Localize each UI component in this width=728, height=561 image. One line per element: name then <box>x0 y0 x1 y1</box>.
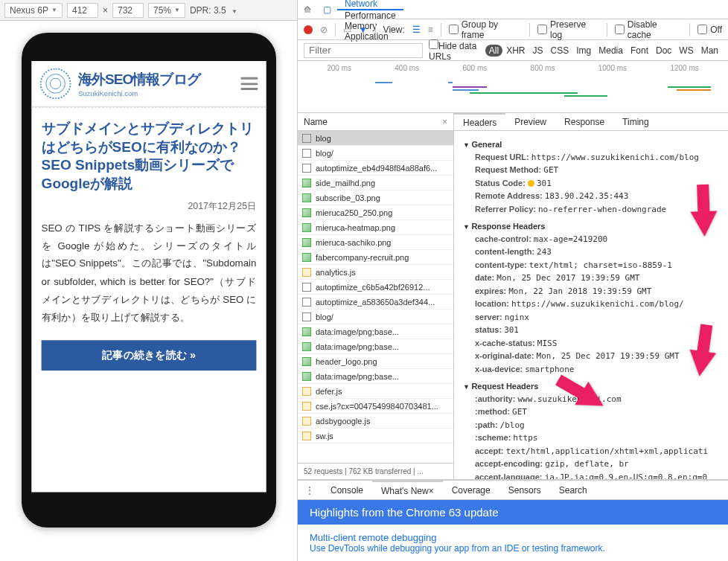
request-row[interactable]: mieruca-heatmap.png <box>298 220 453 235</box>
request-row[interactable]: fabercompany-recruit.png <box>298 250 453 265</box>
tab-network[interactable]: Network <box>337 0 403 10</box>
filter-type-media[interactable]: Media <box>595 45 627 57</box>
inspect-icon[interactable]: ⟰ <box>298 4 317 15</box>
disable-cache-checkbox[interactable]: Disable cache <box>615 19 683 40</box>
filter-type-css[interactable]: CSS <box>547 45 573 57</box>
drawer-menu-icon[interactable]: ⋮ <box>298 485 322 496</box>
chevron-down-icon: ▼ <box>174 7 180 13</box>
viewport: 海外SEO情報ブログ SuzukiKenichi.com サブドメインとサブディ… <box>0 21 297 561</box>
header-row: content-type: text/html; charset=iso-885… <box>463 259 728 272</box>
drawer-tab-console[interactable]: Console <box>322 481 372 499</box>
list-view-icon[interactable]: ☰ <box>412 25 421 35</box>
zoom-select[interactable]: 75%▼ <box>148 3 185 18</box>
detail-tab-headers[interactable]: Headers <box>454 113 505 130</box>
device-select[interactable]: Nexus 6P▼ <box>4 3 63 18</box>
drawer-tab-whatsnew[interactable]: What's New × <box>372 481 443 499</box>
request-row[interactable]: autoptimize_eb4d948f84a88af6... <box>298 161 453 176</box>
hide-data-urls-checkbox[interactable]: Hide data URLs <box>429 39 479 62</box>
name-column-header[interactable]: Name <box>304 117 328 127</box>
preserve-log-checkbox[interactable]: Preserve log <box>537 19 599 40</box>
request-row[interactable]: autoptimize_c6b5a42bf26912... <box>298 280 453 295</box>
request-row[interactable]: data:image/png;base... <box>298 369 453 384</box>
detail-tab-timing[interactable]: Timing <box>613 113 658 130</box>
img-icon <box>302 372 311 381</box>
request-row[interactable]: mieruca250_250.png <box>298 205 453 220</box>
record-icon[interactable] <box>304 25 313 34</box>
filter-type-font[interactable]: Font <box>627 45 652 57</box>
drawer-tab-coverage[interactable]: Coverage <box>443 481 499 499</box>
request-row[interactable]: blog/ <box>298 310 453 324</box>
filter-type-xhr[interactable]: XHR <box>502 45 529 57</box>
offline-checkbox[interactable]: Off <box>697 25 722 35</box>
height-input[interactable]: 732 <box>112 3 144 18</box>
detail-tab-response[interactable]: Response <box>555 113 613 130</box>
filter-type-all[interactable]: All <box>485 45 502 57</box>
request-row[interactable]: analytics.js <box>298 265 453 280</box>
drawer: ⋮ ConsoleWhat's New ×CoverageSensorsSear… <box>298 480 728 561</box>
request-row[interactable]: data:image/png;base... <box>298 339 453 354</box>
header-row: accept-language: ja-JP,ja;q=0.9,en-US;q=… <box>463 471 728 480</box>
js-icon <box>302 387 311 396</box>
filter-type-img[interactable]: Img <box>572 45 595 57</box>
device-toggle-icon[interactable]: ▢ <box>317 4 337 15</box>
request-list: Name× blogblog/autoptimize_eb4d948f84a88… <box>298 113 454 479</box>
release-note-link[interactable]: Multi-client remote debugging <box>310 532 716 543</box>
request-row[interactable]: cse.js?cx=00475499840703481... <box>298 399 453 414</box>
camera-icon[interactable]: ▭ <box>343 25 351 35</box>
filter-icon[interactable]: ▼ <box>359 25 368 35</box>
header-row: date: Mon, 25 Dec 2017 19:39:59 GMT <box>463 272 728 285</box>
phone-screen[interactable]: 海外SEO情報ブログ SuzukiKenichi.com サブドメインとサブディ… <box>31 61 266 493</box>
detail-pane: HeadersPreviewResponseTiming GeneralRequ… <box>454 113 728 479</box>
waterfall-view-icon[interactable]: ≡ <box>428 25 433 35</box>
request-row[interactable]: adsbygoogle.js <box>298 414 453 429</box>
header-row: accept: text/html,application/xhtml+xml,… <box>463 445 728 458</box>
article-excerpt: SEO の TIPS を解説するショート動画シリーズを Google が始めた。… <box>41 219 256 327</box>
detail-tab-preview[interactable]: Preview <box>505 113 555 130</box>
img-icon <box>302 179 311 187</box>
menu-icon[interactable] <box>240 77 258 90</box>
network-toolbar: ⊘ ▭ ▼ View: ☰ ≡ Group by frame Preserve … <box>298 19 728 40</box>
js-icon <box>302 432 311 440</box>
request-row[interactable]: sw.js <box>298 429 453 443</box>
chevron-down-icon: ▼ <box>51 7 57 13</box>
drawer-tab-sensors[interactable]: Sensors <box>499 481 550 499</box>
read-more-button[interactable]: 記事の続きを読む » <box>41 340 256 371</box>
width-input[interactable]: 412 <box>67 3 98 18</box>
filter-type-ws[interactable]: WS <box>675 45 697 57</box>
blog-subtitle: SuzukiKenichi.com <box>78 89 234 97</box>
header-row: Remote Address: 183.90.242.35:443 <box>463 190 728 203</box>
close-icon[interactable]: × <box>442 117 447 127</box>
close-icon[interactable]: × <box>429 486 434 496</box>
filter-type-man[interactable]: Man <box>697 45 722 57</box>
header-row: server: nginx <box>463 311 728 324</box>
request-row[interactable]: blog <box>298 131 453 146</box>
doc-icon <box>302 283 311 292</box>
timeline[interactable]: 200 ms400 ms600 ms800 ms1000 ms1200 ms <box>298 61 728 113</box>
request-row[interactable]: autoptimize_a583650a3def344... <box>298 295 453 310</box>
clear-icon[interactable]: ⊘ <box>320 25 328 35</box>
article-date: 2017年12月25日 <box>41 199 256 212</box>
drawer-tab-search[interactable]: Search <box>550 481 596 499</box>
request-row[interactable]: defer.js <box>298 384 453 399</box>
section-response[interactable]: Response Headers <box>463 220 728 233</box>
request-row[interactable]: data:image/png;base... <box>298 324 453 339</box>
request-row[interactable]: side_mailhd.png <box>298 176 453 190</box>
request-row[interactable]: subscribe_03.png <box>298 190 453 205</box>
header-row: accept-encoding: gzip, deflate, br <box>463 458 728 471</box>
blog-title: 海外SEO情報ブログ <box>78 70 234 89</box>
request-row[interactable]: blog/ <box>298 146 453 161</box>
dpr-label: DPR: 3.5 ▼ <box>190 5 237 16</box>
request-row[interactable]: mieruca-sachiko.png <box>298 235 453 250</box>
filter-input[interactable] <box>304 43 423 58</box>
section-general[interactable]: General <box>463 138 728 151</box>
js-icon <box>302 417 311 426</box>
header-row: Referrer Policy: no-referrer-when-downgr… <box>463 203 728 217</box>
doc-icon <box>302 149 311 158</box>
filter-type-js[interactable]: JS <box>529 45 547 57</box>
header-row: status: 301 <box>463 324 728 337</box>
status-dot-icon <box>528 180 534 187</box>
article-title[interactable]: サブドメインとサブディレクトリはどちらがSEOに有利なのか？ SEO Snipp… <box>41 119 256 193</box>
request-row[interactable]: header_logo.png <box>298 354 453 369</box>
group-by-frame-checkbox[interactable]: Group by frame <box>449 19 522 40</box>
filter-type-doc[interactable]: Doc <box>652 45 675 57</box>
